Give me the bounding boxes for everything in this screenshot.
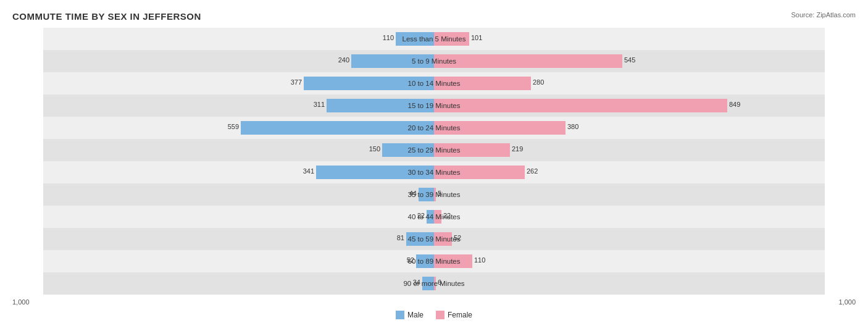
female-value: 545 bbox=[624, 56, 635, 64]
female-value: 101 bbox=[471, 34, 482, 41]
legend-male-label: Male bbox=[407, 311, 424, 319]
bar-female bbox=[434, 32, 469, 46]
bar-female bbox=[434, 143, 510, 157]
male-value: 52 bbox=[407, 256, 414, 264]
female-value: 219 bbox=[512, 145, 523, 153]
chart-row: 22 22 40 to 44 Minutes bbox=[43, 206, 825, 228]
chart-row: 240 545 5 to 9 Minutes bbox=[43, 50, 825, 72]
bar-male bbox=[304, 77, 434, 90]
legend-female: Female bbox=[436, 311, 472, 319]
male-value: 377 bbox=[291, 78, 302, 86]
female-value: 22 bbox=[443, 212, 451, 219]
bar-male bbox=[351, 54, 434, 68]
female-value: 5 bbox=[438, 190, 441, 197]
male-value: 559 bbox=[228, 123, 239, 130]
male-value: 22 bbox=[417, 212, 425, 219]
legend-male: Male bbox=[396, 311, 424, 319]
male-value: 81 bbox=[397, 234, 404, 241]
chart-row: 81 52 45 to 59 Minutes bbox=[43, 228, 825, 250]
bar-male bbox=[406, 232, 434, 246]
chart-row: 559 380 20 to 24 Minutes bbox=[43, 117, 825, 139]
bar-male bbox=[419, 188, 434, 201]
bar-male bbox=[327, 99, 434, 112]
bar-male bbox=[316, 166, 434, 179]
chart-row: 311 849 15 to 19 Minutes bbox=[43, 94, 825, 117]
female-value: 110 bbox=[474, 256, 485, 264]
female-value: 280 bbox=[533, 78, 544, 86]
legend-male-box bbox=[396, 311, 404, 319]
chart-title: COMMUTE TIME BY SEX IN JEFFERSON bbox=[12, 11, 856, 22]
female-value: 52 bbox=[454, 234, 461, 241]
axis-left: 1,000 bbox=[12, 298, 30, 306]
bar-female bbox=[434, 77, 531, 90]
male-value: 150 bbox=[369, 145, 380, 153]
female-value: 6 bbox=[438, 279, 441, 286]
chart-row: 52 110 60 to 89 Minutes bbox=[43, 250, 825, 272]
legend-female-label: Female bbox=[448, 311, 472, 319]
bar-male bbox=[422, 277, 434, 290]
bar-male bbox=[427, 210, 434, 224]
bar-female bbox=[434, 210, 441, 224]
bar-female bbox=[434, 277, 436, 290]
female-value: 380 bbox=[567, 123, 578, 130]
female-value: 849 bbox=[729, 101, 740, 108]
bar-female bbox=[434, 166, 525, 179]
male-value: 44 bbox=[409, 190, 417, 197]
legend: Male Female bbox=[396, 311, 472, 319]
chart-row: 110 101 Less than 5 Minutes bbox=[43, 28, 825, 50]
chart-row: 377 280 10 to 14 Minutes bbox=[43, 72, 825, 94]
chart-row: 150 219 25 to 29 Minutes bbox=[43, 139, 825, 161]
bar-male bbox=[396, 32, 434, 46]
male-value: 240 bbox=[338, 56, 349, 64]
bar-female bbox=[434, 99, 727, 112]
bar-male bbox=[416, 254, 434, 268]
source-label: Source: ZipAtlas.com bbox=[791, 11, 856, 19]
female-value: 262 bbox=[527, 167, 538, 175]
chart-row: 44 5 35 to 39 Minutes bbox=[43, 183, 825, 206]
legend-female-box bbox=[436, 311, 444, 319]
bar-female bbox=[434, 254, 472, 268]
male-value: 341 bbox=[303, 167, 314, 175]
bar-male bbox=[241, 121, 434, 135]
male-value: 311 bbox=[314, 101, 325, 108]
chart-container: COMMUTE TIME BY SEX IN JEFFERSON Source:… bbox=[0, 0, 868, 323]
bar-female bbox=[434, 121, 565, 135]
bar-female bbox=[434, 188, 436, 201]
bar-female bbox=[434, 232, 452, 246]
bar-female bbox=[434, 54, 622, 68]
male-value: 34 bbox=[413, 279, 420, 286]
axis-right: 1,000 bbox=[838, 298, 856, 306]
chart-row: 341 262 30 to 34 Minutes bbox=[43, 161, 825, 183]
bar-male bbox=[382, 143, 434, 157]
chart-row: 34 6 90 or more Minutes bbox=[43, 272, 825, 295]
male-value: 110 bbox=[383, 34, 394, 41]
